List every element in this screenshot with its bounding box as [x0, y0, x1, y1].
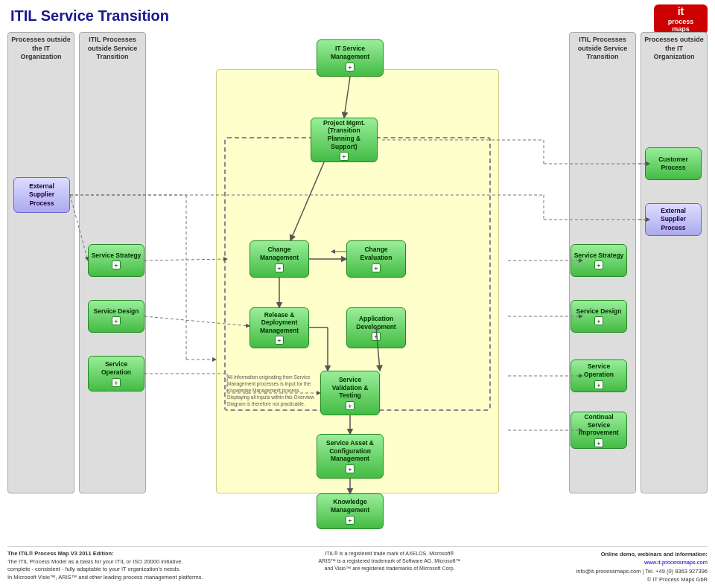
diagram-area: Processes outside the IT Organization IT…: [7, 32, 708, 538]
footer-left-bold: The ITIL® Process Map V3 2011 Edition:: [7, 550, 114, 557]
footer-url: www.it-processmaps.com: [644, 559, 708, 566]
project-mgmt-box[interactable]: Project Mgmt.(TransitionPlanning &Suppor…: [311, 118, 378, 162]
panel-right-outer-label: Processes outside the IT Organization: [641, 33, 707, 62]
continual-improvement-right-box[interactable]: ContinualServiceImprovement +: [571, 412, 627, 449]
knowledge-mgmt-box[interactable]: KnowledgeManagement +: [317, 493, 384, 529]
service-strategy-right-box[interactable]: Service Strategy +: [571, 244, 627, 277]
service-design-left-box[interactable]: Service Design +: [88, 300, 144, 333]
validation-box[interactable]: ServiceValidation &Testing +: [320, 371, 380, 415]
change-eval-box[interactable]: ChangeEvaluation +: [346, 240, 406, 278]
footer-left-text: The ITIL Process Model as a basis for yo…: [7, 558, 203, 581]
footer-left: The ITIL® Process Map V3 2011 Edition: T…: [7, 550, 203, 581]
it-service-mgmt-box[interactable]: IT ServiceManagement +: [317, 39, 384, 77]
service-operation-left-box[interactable]: ServiceOperation +: [88, 356, 144, 392]
footer: The ITIL® Process Map V3 2011 Edition: T…: [7, 546, 708, 588]
service-strategy-left-box[interactable]: Service Strategy +: [88, 244, 144, 277]
panel-right-outer: Processes outside the IT Organization: [641, 32, 708, 493]
center-note: All information originating from Service…: [227, 374, 324, 407]
footer-email: info@it-processmaps.com | Tel. +49 (0) 8…: [576, 568, 708, 575]
panel-left-outer-label: Processes outside the IT Organization: [8, 33, 74, 62]
release-mgmt-box[interactable]: Release &DeploymentManagement +: [250, 307, 309, 348]
footer-right-bold: Online demo, webinars and information:: [601, 551, 708, 557]
logo: itprocessmaps: [654, 4, 708, 34]
footer-copy: © IT Process Maps GbR: [647, 576, 708, 583]
service-operation-right-box[interactable]: ServiceOperation +: [571, 359, 627, 392]
customer-process-box[interactable]: CustomerProcess: [645, 147, 702, 180]
footer-center: ITIL® is a registered trade mark of AXEL…: [319, 550, 461, 572]
footer-right: Online demo, webinars and information: w…: [576, 550, 708, 584]
page-title: ITIL Service Transition: [0, 0, 715, 28]
service-design-right-box[interactable]: Service Design +: [571, 300, 627, 333]
panel-right-inner-label: ITIL Processes outside Service Transitio…: [570, 33, 635, 62]
change-mgmt-box[interactable]: ChangeManagement +: [250, 240, 309, 278]
external-supplier-left-box[interactable]: ExternalSupplier Process: [13, 177, 70, 213]
external-supplier-right-box[interactable]: ExternalSupplier Process: [645, 203, 702, 236]
svg-line-2: [144, 259, 227, 261]
asset-mgmt-box[interactable]: Service Asset &ConfigurationManagement +: [317, 434, 384, 479]
panel-left-inner-label: ITIL Processes outside Service Transitio…: [80, 33, 145, 62]
panel-left-outer: Processes outside the IT Organization: [7, 32, 74, 493]
app-dev-box[interactable]: ApplicationDevelopment +: [346, 307, 406, 348]
